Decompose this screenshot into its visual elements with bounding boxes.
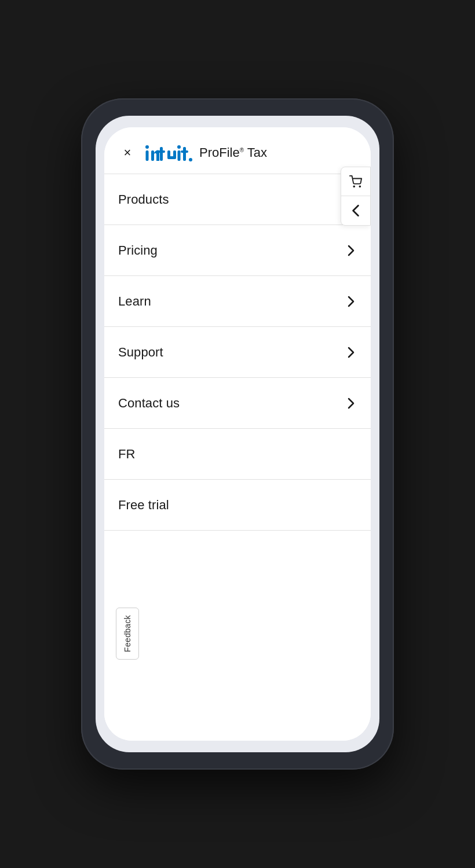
chevron-right-icon <box>345 398 357 409</box>
intuit-logo-svg <box>144 144 196 162</box>
svg-rect-10 <box>183 147 186 161</box>
logo-area: ProFile® Tax <box>144 144 267 162</box>
cart-panel <box>341 167 371 226</box>
nav-label-contact-us: Contact us <box>118 396 180 411</box>
svg-rect-2 <box>151 150 154 161</box>
product-suffix: Tax <box>244 145 267 160</box>
svg-rect-1 <box>146 150 149 161</box>
svg-point-8 <box>177 145 181 149</box>
product-sup: ® <box>240 147 244 153</box>
nav-label-learn: Learn <box>118 294 151 309</box>
nav-item-contact-us[interactable]: Contact us <box>104 378 371 429</box>
nav-label-pricing: Pricing <box>118 243 158 258</box>
nav-label-fr: FR <box>118 447 136 462</box>
nav-label-free-trial: Free trial <box>118 498 169 513</box>
nav-item-pricing[interactable]: Pricing <box>104 225 371 276</box>
nav-item-learn[interactable]: Learn <box>104 276 371 327</box>
nav-label-support: Support <box>118 345 163 360</box>
nav-list: Products Pricing Learn <box>104 174 371 741</box>
svg-point-14 <box>359 186 360 187</box>
cart-button[interactable] <box>341 167 371 196</box>
close-button[interactable]: × <box>118 144 137 162</box>
svg-rect-4 <box>158 150 165 153</box>
back-button[interactable] <box>341 196 371 225</box>
svg-rect-9 <box>178 150 181 161</box>
feedback-button[interactable]: Feedback <box>116 608 139 660</box>
nav-label-products: Products <box>118 192 169 207</box>
chevron-right-icon <box>345 245 357 256</box>
intuit-logo <box>144 144 196 162</box>
product-name-text: ProFile® Tax <box>199 145 267 160</box>
cart-icon <box>349 175 362 188</box>
svg-rect-3 <box>160 147 163 161</box>
phone-outer: × <box>81 98 394 770</box>
svg-point-13 <box>353 186 355 187</box>
chevron-right-icon <box>345 347 357 358</box>
svg-rect-11 <box>181 150 188 153</box>
chevron-right-icon <box>345 296 357 307</box>
svg-rect-7 <box>167 156 176 159</box>
svg-point-12 <box>189 158 192 161</box>
nav-item-products[interactable]: Products <box>104 174 371 225</box>
back-icon <box>350 204 361 217</box>
nav-item-free-trial[interactable]: Free trial <box>104 480 371 531</box>
nav-item-fr[interactable]: FR <box>104 429 371 480</box>
nav-item-support[interactable]: Support <box>104 327 371 378</box>
close-icon: × <box>124 146 131 159</box>
svg-point-0 <box>145 145 149 149</box>
feedback-label: Feedback <box>123 615 132 652</box>
screen: × <box>104 127 371 741</box>
header: × <box>104 127 371 174</box>
phone-inner: × <box>96 116 379 752</box>
